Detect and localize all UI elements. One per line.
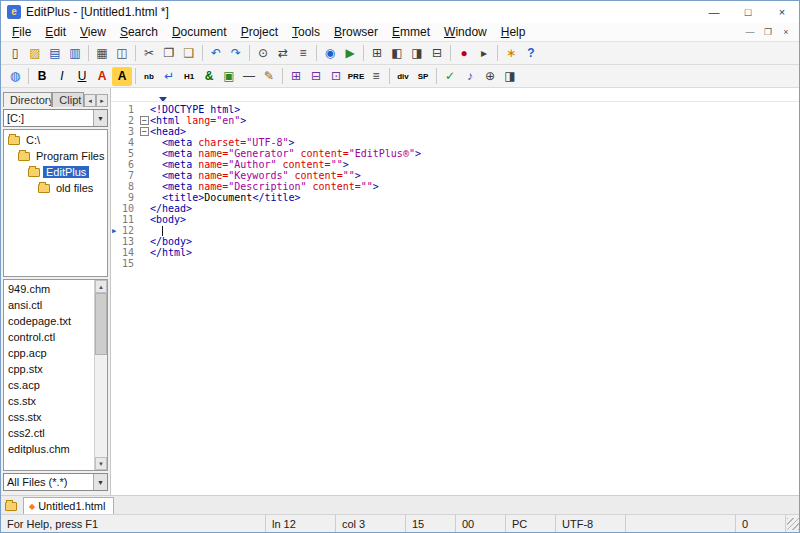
- cut-icon[interactable]: ✂: [139, 44, 159, 63]
- menu-edit[interactable]: Edit: [38, 24, 73, 40]
- syntax-check-icon[interactable]: ✓: [440, 67, 460, 86]
- drive-selector[interactable]: [C:] ▼: [3, 109, 108, 127]
- document-tab-untitled1[interactable]: ◆ Untitled1.html: [23, 497, 114, 514]
- menu-view[interactable]: View: [73, 24, 113, 40]
- browser-preview-icon[interactable]: ◍: [5, 67, 25, 86]
- menu-file[interactable]: File: [5, 24, 38, 40]
- table-cell-icon[interactable]: ⊡: [326, 67, 346, 86]
- file-item-ansi-ctl[interactable]: ansi.ctl: [4, 297, 94, 313]
- resize-grip[interactable]: [787, 518, 799, 530]
- fullscreen-icon[interactable]: ⊞: [367, 44, 387, 63]
- menu-project[interactable]: Project: [234, 24, 285, 40]
- print-icon[interactable]: ▦: [92, 44, 112, 63]
- play-macro-icon[interactable]: ▸: [474, 44, 494, 63]
- fold-collapse-icon[interactable]: −: [140, 116, 149, 125]
- directory-window-icon[interactable]: ◧: [387, 44, 407, 63]
- copy-icon[interactable]: ❐: [159, 44, 179, 63]
- tab-directory[interactable]: Directory: [3, 92, 52, 107]
- paste-icon[interactable]: ❑: [179, 44, 199, 63]
- file-item-949-chm[interactable]: 949.chm: [4, 281, 94, 297]
- fold-collapse-icon[interactable]: −: [140, 127, 149, 136]
- file-item-cpp-acp[interactable]: cpp.acp: [4, 345, 94, 361]
- tree-item-old-files[interactable]: old files: [4, 180, 107, 196]
- new-document-icon[interactable]: ▯: [5, 44, 25, 63]
- media-icon[interactable]: ◨: [500, 67, 520, 86]
- file-item-codepage-txt[interactable]: codepage.txt: [4, 313, 94, 329]
- minimize-button[interactable]: —: [697, 1, 731, 23]
- record-macro-icon[interactable]: ●: [454, 44, 474, 63]
- object-icon[interactable]: ⊕: [480, 67, 500, 86]
- script-icon[interactable]: ♪: [460, 67, 480, 86]
- tab-scroll-right-button[interactable]: ▸: [96, 94, 108, 107]
- file-item-cpp-stx[interactable]: cpp.stx: [4, 361, 94, 377]
- chevron-down-icon[interactable]: ▼: [93, 110, 107, 126]
- file-item-control-ctl[interactable]: control.ctl: [4, 329, 94, 345]
- file-item-cs-acp[interactable]: cs.acp: [4, 377, 94, 393]
- chevron-down-icon[interactable]: ▼: [93, 474, 107, 490]
- find-icon[interactable]: ⊙: [253, 44, 273, 63]
- child-restore-button[interactable]: ❐: [759, 27, 777, 37]
- font-color-icon[interactable]: A: [92, 67, 112, 86]
- find-in-files-icon[interactable]: ≡: [293, 44, 313, 63]
- menu-help[interactable]: Help: [494, 24, 533, 40]
- div-icon[interactable]: div: [393, 67, 413, 86]
- tab-scroll-left-button[interactable]: ◂: [84, 94, 96, 107]
- pre-icon[interactable]: PRE: [346, 67, 366, 86]
- open-file-icon[interactable]: ▨: [25, 44, 45, 63]
- tree-item-program-files[interactable]: Program Files: [4, 148, 107, 164]
- nbsp-icon[interactable]: nb: [139, 67, 159, 86]
- heading-icon[interactable]: H1: [179, 67, 199, 86]
- italic-icon[interactable]: I: [52, 67, 72, 86]
- span-icon[interactable]: SP: [413, 67, 433, 86]
- menu-tools[interactable]: Tools: [285, 24, 327, 40]
- tab-list-button[interactable]: [5, 502, 20, 511]
- file-item-cs-stx[interactable]: cs.stx: [4, 393, 94, 409]
- highlight-icon[interactable]: A: [112, 67, 132, 86]
- close-button[interactable]: ×: [765, 1, 799, 23]
- scroll-down-icon[interactable]: ▼: [95, 457, 107, 470]
- file-filter-selector[interactable]: All Files (*.*) ▼: [3, 473, 108, 491]
- scroll-up-icon[interactable]: ▲: [95, 280, 107, 293]
- file-item-editplus-chm[interactable]: editplus.chm: [4, 441, 94, 457]
- line-break-icon[interactable]: ↵: [159, 67, 179, 86]
- menu-emmet[interactable]: Emmet: [385, 24, 437, 40]
- file-item-css-stx[interactable]: css.stx: [4, 409, 94, 425]
- list-icon[interactable]: ≡: [366, 67, 386, 86]
- undo-icon[interactable]: ↶: [206, 44, 226, 63]
- menu-search[interactable]: Search: [113, 24, 165, 40]
- save-all-icon[interactable]: ▥: [65, 44, 85, 63]
- tab-cliptext[interactable]: Clipt: [52, 92, 84, 107]
- tree-item-c[interactable]: C:\: [4, 132, 107, 148]
- maximize-button[interactable]: □: [731, 1, 765, 23]
- code-editor[interactable]: 1<!DOCTYPE html>2−<html lang="en">3−<hea…: [111, 102, 799, 495]
- child-minimize-button[interactable]: —: [741, 27, 759, 37]
- table-row-icon[interactable]: ⊟: [306, 67, 326, 86]
- browser-window-icon[interactable]: ◉: [320, 44, 340, 63]
- user-tools-icon[interactable]: ∗: [501, 44, 521, 63]
- underline-icon[interactable]: U: [72, 67, 92, 86]
- table-icon[interactable]: ⊞: [286, 67, 306, 86]
- bold-icon[interactable]: B: [32, 67, 52, 86]
- save-icon[interactable]: ▤: [45, 44, 65, 63]
- anchor-icon[interactable]: &: [199, 67, 219, 86]
- hr-icon[interactable]: —: [239, 67, 259, 86]
- menu-window[interactable]: Window: [437, 24, 494, 40]
- menu-browser[interactable]: Browser: [327, 24, 385, 40]
- replace-icon[interactable]: ⇄: [273, 44, 293, 63]
- scrollbar-track[interactable]: [95, 293, 107, 457]
- scrollbar-thumb[interactable]: [95, 293, 107, 355]
- help-icon[interactable]: ?: [521, 44, 541, 63]
- edit-tag-icon[interactable]: ✎: [259, 67, 279, 86]
- print-preview-icon[interactable]: ◫: [112, 44, 132, 63]
- tree-item-editplus[interactable]: EditPlus: [4, 164, 107, 180]
- menu-document[interactable]: Document: [165, 24, 234, 40]
- view-in-browser-icon[interactable]: ▶: [340, 44, 360, 63]
- cliptext-window-icon[interactable]: ◨: [407, 44, 427, 63]
- line-number: 1: [111, 104, 139, 115]
- output-window-icon[interactable]: ⊟: [427, 44, 447, 63]
- file-item-css2-ctl[interactable]: css2.ctl: [4, 425, 94, 441]
- image-icon[interactable]: ▣: [219, 67, 239, 86]
- redo-icon[interactable]: ↷: [226, 44, 246, 63]
- child-close-button[interactable]: ×: [777, 27, 795, 37]
- file-list-scrollbar[interactable]: ▲ ▼: [94, 280, 107, 470]
